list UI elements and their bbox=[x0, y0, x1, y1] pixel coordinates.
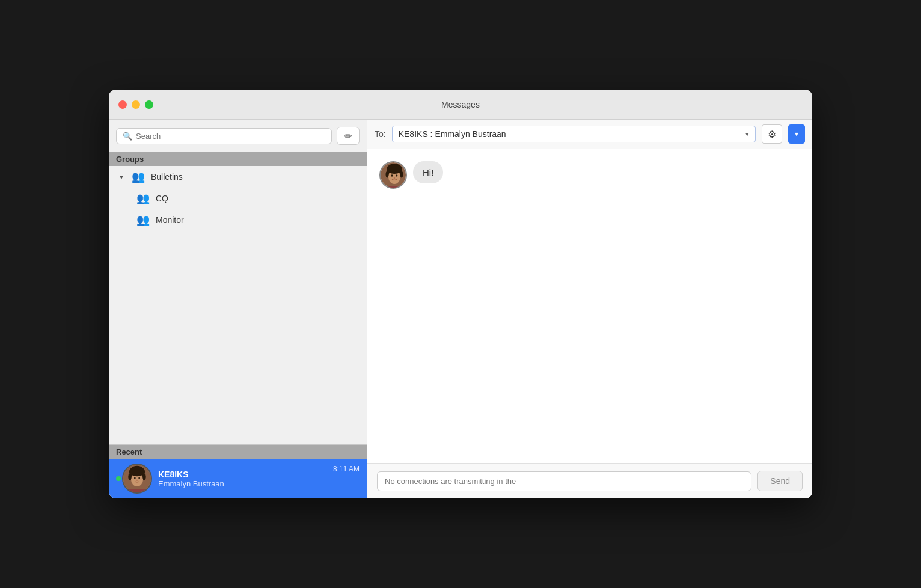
to-label: To: bbox=[375, 129, 386, 139]
group-icon-cq: 👥 bbox=[136, 192, 150, 205]
recipient-select[interactable]: KE8IKS : Emmalyn Bustraan ▾ bbox=[392, 126, 756, 142]
maximize-button[interactable] bbox=[145, 100, 153, 109]
dropdown-button[interactable]: ▾ bbox=[788, 124, 805, 144]
compose-icon: ✏ bbox=[344, 130, 352, 142]
online-indicator bbox=[115, 475, 122, 482]
svg-point-18 bbox=[400, 171, 403, 178]
svg-rect-9 bbox=[129, 489, 145, 494]
window-title: Messages bbox=[441, 100, 480, 109]
group-label-cq: CQ bbox=[156, 194, 168, 203]
recent-item-ke8iks[interactable]: KE8IKS Emmalyn Bustraan 8:11 AM bbox=[109, 459, 367, 498]
recent-info-ke8iks: KE8IKS Emmalyn Bustraan bbox=[158, 470, 327, 488]
close-button[interactable] bbox=[118, 100, 127, 109]
svg-point-4 bbox=[138, 477, 140, 479]
group-icon: 👥 bbox=[132, 170, 145, 183]
window-controls bbox=[118, 100, 153, 109]
svg-point-8 bbox=[142, 474, 146, 480]
message-bubble: Hi! bbox=[413, 161, 443, 183]
input-area: Send bbox=[367, 463, 812, 498]
recipient-chevron-icon: ▾ bbox=[745, 130, 749, 138]
message-input[interactable] bbox=[377, 471, 751, 491]
main-content: 🔍 ✏ Groups ▼ 👥 Bulletins 👥 bbox=[109, 120, 812, 498]
sidebar: 🔍 ✏ Groups ▼ 👥 Bulletins 👥 bbox=[109, 120, 367, 498]
messages-area: Hi! bbox=[367, 149, 812, 463]
svg-point-7 bbox=[128, 474, 132, 480]
recent-section: Recent bbox=[109, 444, 367, 498]
svg-point-3 bbox=[134, 477, 136, 479]
recipient-name: KE8IKS : Emmalyn Bustraan bbox=[399, 129, 742, 139]
recent-callsign: KE8IKS bbox=[158, 470, 327, 479]
message-avatar-image bbox=[381, 162, 407, 189]
search-input[interactable] bbox=[136, 132, 325, 141]
expand-arrow-icon: ▼ bbox=[118, 174, 124, 180]
svg-point-6 bbox=[129, 467, 145, 477]
group-item-monitor[interactable]: 👥 Monitor bbox=[109, 209, 367, 231]
svg-point-5 bbox=[136, 480, 138, 481]
gear-button[interactable]: ⚙ bbox=[762, 124, 782, 144]
app-window: Messages 🔍 ✏ Groups ▼ � bbox=[109, 90, 812, 498]
recent-name: Emmalyn Bustraan bbox=[158, 479, 327, 488]
avatar-image bbox=[123, 464, 151, 494]
svg-point-15 bbox=[394, 177, 396, 179]
search-icon: 🔍 bbox=[123, 132, 132, 141]
gear-icon: ⚙ bbox=[768, 129, 776, 140]
group-item-cq[interactable]: 👥 CQ bbox=[109, 188, 367, 209]
title-bar: Messages bbox=[109, 90, 812, 120]
recent-time: 8:11 AM bbox=[333, 465, 360, 473]
svg-point-17 bbox=[386, 171, 389, 178]
svg-rect-19 bbox=[386, 186, 403, 189]
group-label-bulletins: Bulletins bbox=[151, 172, 183, 182]
chevron-down-icon: ▾ bbox=[795, 130, 798, 138]
svg-point-14 bbox=[396, 174, 398, 176]
groups-header: Groups bbox=[109, 152, 367, 166]
search-box[interactable]: 🔍 bbox=[116, 128, 332, 144]
minimize-button[interactable] bbox=[132, 100, 140, 109]
avatar-ke8iks bbox=[122, 464, 152, 494]
message-row: Hi! bbox=[379, 161, 800, 189]
svg-point-13 bbox=[391, 174, 393, 176]
chat-panel: To: KE8IKS : Emmalyn Bustraan ▾ ⚙ ▾ bbox=[367, 120, 812, 498]
group-icon-monitor: 👥 bbox=[136, 213, 150, 227]
groups-section: ▼ 👥 Bulletins 👥 CQ 👥 Monitor bbox=[109, 166, 367, 444]
sidebar-top: 🔍 ✏ bbox=[109, 120, 367, 152]
send-button[interactable]: Send bbox=[757, 471, 803, 491]
svg-point-16 bbox=[387, 164, 402, 174]
message-avatar bbox=[379, 161, 407, 189]
group-item-bulletins[interactable]: ▼ 👥 Bulletins bbox=[109, 166, 367, 188]
group-label-monitor: Monitor bbox=[156, 215, 184, 225]
chat-header: To: KE8IKS : Emmalyn Bustraan ▾ ⚙ ▾ bbox=[367, 120, 812, 149]
compose-button[interactable]: ✏ bbox=[337, 127, 360, 145]
recent-header: Recent bbox=[109, 445, 367, 459]
